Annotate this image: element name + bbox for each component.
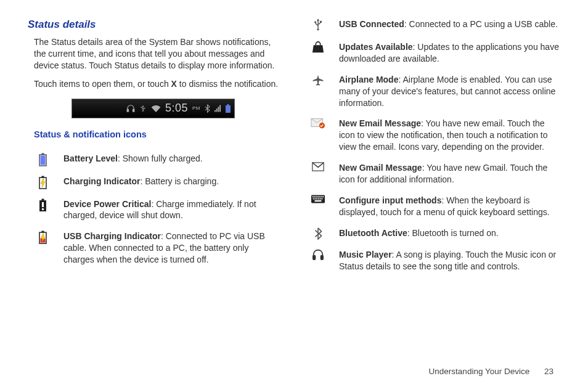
svg-rect-1 (133, 109, 134, 112)
list-item: Airplane Mode: Airplane Mode is enabled.… (309, 74, 560, 109)
svg-rect-28 (321, 196, 322, 197)
intro-2-post: to dismiss the notification. (177, 79, 278, 89)
page-number: 23 (544, 367, 553, 376)
svg-rect-35 (322, 198, 323, 200)
icons-subheading: Status & notification icons (34, 129, 279, 139)
status-bar-screenshot: 5:05PM (71, 99, 235, 118)
intro-2-pre: Touch items to open them, or touch (34, 79, 171, 89)
music-player-icon (309, 249, 327, 272)
footer-section-title: Understanding Your Device (429, 367, 530, 376)
list-item: Configure input methods: When the keyboa… (309, 195, 560, 218)
svg-rect-2 (226, 105, 231, 113)
list-item: Device Power Critical: Charge immediatel… (28, 198, 279, 222)
svg-rect-33 (318, 198, 319, 200)
list-item: Charging Indicator: Battery is charging. (28, 176, 279, 189)
svg-rect-24 (314, 196, 316, 197)
list-item: Battery Level: Shown fully charged. (28, 153, 279, 166)
svg-rect-29 (322, 196, 324, 197)
svg-rect-36 (315, 200, 322, 202)
new-gmail-icon (309, 162, 327, 186)
svg-rect-23 (312, 196, 314, 197)
usb-connected-icon (309, 18, 327, 32)
icon-description: Device Power Critical: Charge immediatel… (63, 198, 279, 222)
list-item: New Email Message: You have new email. T… (309, 118, 560, 153)
icon-description: New Email Message: You have new email. T… (339, 118, 560, 153)
svg-rect-31 (315, 198, 316, 200)
page-footer: Understanding Your Device 23 (429, 367, 553, 376)
svg-rect-8 (41, 176, 44, 178)
new-email-icon (309, 118, 327, 153)
usb-icon (139, 104, 147, 113)
charging-indicator-icon (34, 176, 51, 189)
intro-paragraph-2: Touch items to open them, or touch X to … (28, 78, 279, 90)
airplane-mode-icon (309, 74, 327, 109)
dismiss-key: X (171, 79, 177, 89)
svg-rect-18 (320, 21, 322, 23)
list-item: USB Connected: Connected to a PC using a… (309, 18, 560, 32)
list-item: Bluetooth Active: Bluetooth is turned on… (309, 227, 560, 240)
svg-rect-32 (316, 198, 317, 200)
icon-description: Music Player: A song is playing. Touch t… (339, 249, 560, 272)
list-item: USB Charging Indicator: Connected to PC … (28, 231, 279, 266)
icon-description: New Gmail Message: You have new Gmail. T… (339, 162, 560, 186)
svg-rect-3 (227, 104, 229, 105)
svg-rect-12 (42, 208, 44, 210)
icon-description: USB Connected: Connected to a PC using a… (339, 18, 558, 32)
configure-input-icon (309, 195, 327, 218)
list-item: Updates Available: Updates to the applic… (309, 41, 560, 65)
bluetooth-mini-icon (205, 104, 210, 113)
svg-rect-38 (321, 255, 324, 259)
svg-rect-25 (316, 196, 317, 197)
svg-rect-27 (319, 196, 321, 197)
icon-description: Configure input methods: When the keyboa… (339, 195, 560, 218)
icon-description: Charging Indicator: Battery is charging. (63, 176, 219, 189)
headphones-icon (126, 104, 135, 113)
svg-rect-0 (127, 109, 128, 112)
svg-rect-14 (41, 231, 44, 233)
list-item: New Gmail Message: You have new Gmail. T… (309, 162, 560, 186)
icon-description: USB Charging Indicator: Connected to PC … (63, 231, 279, 266)
battery-level-icon (34, 153, 51, 166)
svg-rect-30 (313, 198, 314, 200)
device-power-critical-icon (34, 198, 51, 222)
icon-description: Updates Available: Updates to the applic… (339, 41, 560, 65)
svg-rect-11 (42, 202, 44, 207)
icon-description: Airplane Mode: Airplane Mode is enabled.… (339, 74, 560, 109)
wifi-icon (151, 105, 161, 112)
usb-charging-indicator-icon (34, 231, 51, 266)
status-bar-time: 5:05 (165, 102, 188, 115)
battery-mini-icon (226, 104, 231, 113)
bluetooth-active-icon (309, 227, 327, 240)
status-bar-ampm: PM (192, 105, 200, 111)
svg-rect-26 (317, 196, 319, 197)
svg-rect-37 (313, 255, 316, 259)
svg-rect-34 (320, 198, 321, 200)
intro-paragraph-1: The Status details area of the System Ba… (28, 36, 279, 71)
icon-description: Battery Level: Shown fully charged. (63, 153, 203, 166)
signal-mini-icon (214, 105, 221, 112)
svg-rect-10 (41, 198, 44, 200)
svg-rect-5 (41, 153, 44, 155)
list-item: Music Player: A song is playing. Touch t… (309, 249, 560, 272)
updates-available-icon (309, 41, 327, 65)
svg-point-17 (314, 21, 316, 23)
section-heading: Status details (28, 18, 279, 31)
svg-rect-6 (40, 155, 45, 165)
icon-description: Bluetooth Active: Bluetooth is turned on… (339, 227, 499, 240)
